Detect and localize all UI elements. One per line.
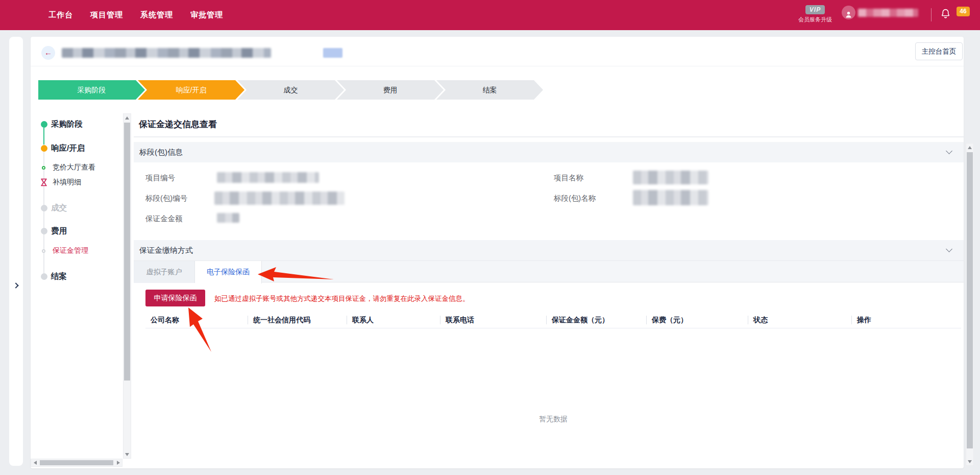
label-section-name: 标段(包)名称 (554, 194, 596, 203)
label-project-no: 项目编号 (145, 173, 175, 183)
value-section-name-redacted (633, 190, 708, 205)
label-section-no: 标段(包)编号 (145, 194, 187, 203)
scroll-up-icon[interactable] (124, 114, 131, 122)
scroll-right-icon[interactable] (114, 459, 122, 466)
notification-count-badge[interactable]: 46 (957, 7, 970, 16)
scroll-left-icon[interactable] (31, 459, 39, 466)
section-header-payment-method: 保证金缴纳方式 (134, 240, 964, 260)
back-button[interactable]: ← (41, 46, 55, 60)
scrollbar-thumb[interactable] (124, 123, 130, 381)
main-menu: 工作台 项目管理 系统管理 审批管理 (48, 0, 223, 30)
step-response-open[interactable]: 响应/开启 (138, 80, 244, 100)
scrollbar-thumb[interactable] (967, 152, 973, 448)
content-scrollbar[interactable] (966, 143, 974, 466)
tab-electronic-insurance-letter[interactable]: 电子保险保函 (195, 261, 262, 283)
person-icon (844, 10, 853, 19)
menu-item-workbench[interactable]: 工作台 (48, 10, 73, 20)
scroll-down-icon[interactable] (966, 458, 973, 465)
green-dot-icon (41, 121, 47, 128)
page-title: 保证金递交信息查看 (139, 118, 217, 130)
gray-dot-icon (41, 228, 47, 234)
duplicate-deposit-warning: 如已通过虚拟子账号或其他方式递交本项目保证金，请勿重复在此录入保证金信息。 (214, 294, 470, 303)
table-header-row: 公司名称 统一社会信用代码 联系人 联系电话 保证金金额（元） 保费（元） 状态… (145, 312, 961, 328)
table-empty-state: 暂无数据 (145, 415, 961, 424)
col-credit-code: 统一社会信用代码 (248, 312, 347, 328)
col-status: 状态 (748, 312, 852, 328)
timeline-connector-done (43, 128, 44, 145)
collapse-panel (9, 37, 23, 466)
back-arrow-icon: ← (44, 48, 52, 57)
step-close[interactable]: 结案 (436, 80, 543, 100)
value-project-no-redacted (217, 172, 319, 183)
value-section-no-redacted (214, 192, 345, 205)
vip-caption: 会员服务升级 (792, 16, 838, 23)
vip-upgrade[interactable]: VIP 会员服务升级 (792, 5, 838, 23)
section-title: 保证金缴纳方式 (139, 246, 193, 255)
hourglass-icon (40, 178, 47, 186)
user-avatar[interactable] (842, 6, 855, 19)
menu-item-project-mgmt[interactable]: 项目管理 (90, 10, 123, 20)
value-deposit-amount-redacted (217, 213, 239, 223)
scroll-down-icon[interactable] (124, 450, 131, 458)
process-steps: 采购阶段 响应/开启 成交 费用 结案 (38, 80, 543, 100)
menu-item-approval-mgmt[interactable]: 审批管理 (190, 10, 223, 20)
scrollbar-thumb[interactable] (40, 460, 113, 465)
step-deal[interactable]: 成交 (237, 80, 344, 100)
vip-icon: VIP (805, 5, 825, 14)
nav-divider (931, 8, 932, 21)
col-contact-phone: 联系电话 (440, 312, 547, 328)
expand-chevron-icon[interactable] (13, 282, 18, 288)
username-redacted[interactable] (858, 9, 918, 17)
gray-ring-icon (42, 249, 45, 253)
apply-insurance-letter-button[interactable]: 申请保险保函 (145, 290, 205, 306)
tab-virtual-subaccount[interactable]: 虚拟子账户 (134, 261, 195, 283)
collapse-chevron-icon[interactable] (946, 148, 952, 154)
section-title: 标段(包)信息 (139, 148, 183, 157)
menu-item-system-mgmt[interactable]: 系统管理 (140, 10, 173, 20)
collapse-chevron-icon[interactable] (946, 246, 952, 252)
gray-dot-icon (41, 205, 47, 211)
project-title-redacted (62, 48, 271, 58)
col-company-name: 公司名称 (145, 312, 248, 328)
section-header-package-info: 标段(包)信息 (134, 142, 964, 162)
col-contact-person: 联系人 (347, 312, 440, 328)
label-project-name: 项目名称 (554, 173, 583, 183)
step-procurement[interactable]: 采购阶段 (38, 80, 145, 100)
col-deposit-amount: 保证金金额（元） (547, 312, 647, 328)
scroll-up-icon[interactable] (966, 144, 973, 151)
value-project-name-redacted (633, 171, 708, 184)
col-premium: 保费（元） (647, 312, 748, 328)
label-deposit-amount: 保证金金额 (145, 214, 183, 224)
status-badge-redacted (323, 48, 342, 58)
divider (134, 136, 964, 137)
green-ring-icon (42, 166, 45, 170)
col-actions: 操作 (852, 312, 961, 328)
page-root: 工作台 项目管理 系统管理 审批管理 VIP 会员服务升级 46 (0, 0, 980, 475)
orange-dot-icon (41, 145, 47, 152)
sidebar-scrollbar[interactable] (123, 113, 131, 459)
gray-dot-icon (41, 273, 47, 280)
console-home-button[interactable]: 主控台首页 (915, 42, 963, 60)
top-navbar: 工作台 项目管理 系统管理 审批管理 VIP 会员服务升级 46 (0, 0, 980, 30)
tab-strip: 虚拟子账户 电子保险保函 (134, 260, 964, 282)
notification-bell-icon[interactable] (940, 8, 951, 21)
step-fee[interactable]: 费用 (337, 80, 444, 100)
sidebar-hscrollbar[interactable] (31, 459, 122, 467)
